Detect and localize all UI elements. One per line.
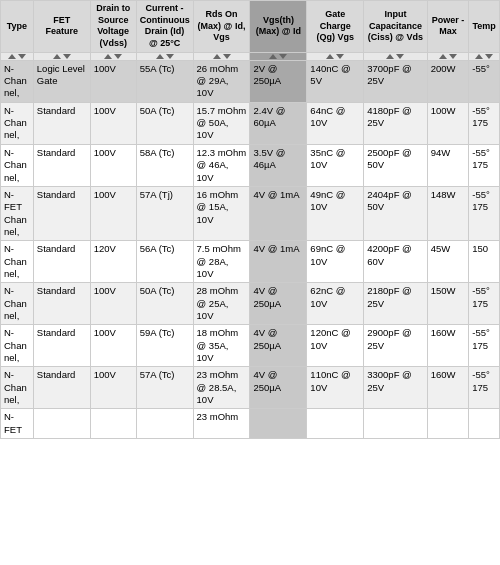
table-row: N-Chan nel,Standard100V50A (Tc)15.7 mOhm… [1, 102, 500, 144]
table-row: N-Chan nel,Standard100V59A (Tc)18 mOhm @… [1, 325, 500, 367]
table-row: N-Chan nel,Standard120V56A (Tc)7.5 mOhm … [1, 241, 500, 283]
sort-current-asc[interactable] [156, 54, 164, 59]
sort-input[interactable] [364, 52, 427, 60]
cell-temp: 150 [469, 241, 500, 283]
cell-current: 50A (Tc) [136, 283, 193, 325]
cell-gate: 62nC @ 10V [307, 283, 364, 325]
sort-power-desc[interactable] [449, 54, 457, 59]
cell-type: N-Chan nel, [1, 241, 34, 283]
cell-input: 2900pF @ 25V [364, 325, 427, 367]
cell-type: N-Chan nel, [1, 367, 34, 409]
cell-power: 160W [427, 367, 469, 409]
cell-current: 50A (Tc) [136, 102, 193, 144]
cell-fet: Standard [33, 144, 90, 186]
main-table-container: Type FET Feature Drain to Source Voltage… [0, 0, 500, 439]
cell-rds: 15.7 mOhm @ 50A, 10V [193, 102, 250, 144]
sort-fet-desc[interactable] [63, 54, 71, 59]
table-row: N-FET23 mOhm [1, 409, 500, 439]
sort-rds-asc[interactable] [213, 54, 221, 59]
cell-input: 3700pF @ 25V [364, 60, 427, 102]
cell-drain [90, 409, 136, 439]
sort-current[interactable] [136, 52, 193, 60]
header-drain: Drain to Source Voltage (Vdss) [90, 1, 136, 53]
cell-vgs: 2.4V @ 60µA [250, 102, 307, 144]
cell-vgs: 4V @ 1mA [250, 241, 307, 283]
sort-drain[interactable] [90, 52, 136, 60]
cell-input: 2500pF @ 50V [364, 144, 427, 186]
table-row: N-Chan nel,Standard100V50A (Tc)28 mOhm @… [1, 283, 500, 325]
header-current: Current - Continuous Drain (Id) @ 25°C [136, 1, 193, 53]
cell-temp [469, 409, 500, 439]
sort-input-desc[interactable] [396, 54, 404, 59]
cell-drain: 100V [90, 60, 136, 102]
sort-drain-desc[interactable] [114, 54, 122, 59]
cell-type: N-Chan nel, [1, 144, 34, 186]
cell-current: 55A (Tc) [136, 60, 193, 102]
cell-input: 2404pF @ 50V [364, 186, 427, 240]
fet-data-table: Type FET Feature Drain to Source Voltage… [0, 0, 500, 439]
sort-input-asc[interactable] [386, 54, 394, 59]
sort-gate[interactable] [307, 52, 364, 60]
cell-temp: -55° 175 [469, 367, 500, 409]
cell-rds: 28 mOhm @ 25A, 10V [193, 283, 250, 325]
cell-vgs: 4V @ 1mA [250, 186, 307, 240]
cell-power: 200W [427, 60, 469, 102]
sort-vgs[interactable] [250, 52, 307, 60]
cell-vgs [250, 409, 307, 439]
header-vgs: Vgs(th) (Max) @ Id [250, 1, 307, 53]
cell-fet: Standard [33, 102, 90, 144]
header-rds: Rds On (Max) @ Id, Vgs [193, 1, 250, 53]
cell-current: 58A (Tc) [136, 144, 193, 186]
cell-gate: 120nC @ 10V [307, 325, 364, 367]
sort-rds[interactable] [193, 52, 250, 60]
cell-drain: 100V [90, 283, 136, 325]
cell-drain: 100V [90, 367, 136, 409]
cell-temp: -55° 175 [469, 144, 500, 186]
cell-vgs: 4V @ 250µA [250, 325, 307, 367]
sort-gate-asc[interactable] [326, 54, 334, 59]
cell-temp: -55° 175 [469, 186, 500, 240]
cell-type: N-FET Chan nel, [1, 186, 34, 240]
sort-rds-desc[interactable] [223, 54, 231, 59]
sort-type[interactable] [1, 52, 34, 60]
sort-temp[interactable] [469, 52, 500, 60]
sort-vgs-desc[interactable] [279, 54, 287, 59]
cell-drain: 100V [90, 144, 136, 186]
sort-gate-desc[interactable] [336, 54, 344, 59]
table-row: N-Chan nel,Logic Level Gate100V55A (Tc)2… [1, 60, 500, 102]
cell-temp: -55° [469, 60, 500, 102]
cell-power: 160W [427, 325, 469, 367]
cell-current: 56A (Tc) [136, 241, 193, 283]
cell-current: 57A (Tc) [136, 367, 193, 409]
sort-drain-asc[interactable] [104, 54, 112, 59]
cell-gate: 140nC @ 5V [307, 60, 364, 102]
sort-fet-asc[interactable] [53, 54, 61, 59]
header-fet: FET Feature [33, 1, 90, 53]
sort-power[interactable] [427, 52, 469, 60]
sort-current-desc[interactable] [166, 54, 174, 59]
table-body: N-Chan nel,Logic Level Gate100V55A (Tc)2… [1, 60, 500, 438]
cell-rds: 23 mOhm @ 28.5A, 10V [193, 367, 250, 409]
cell-rds: 23 mOhm [193, 409, 250, 439]
cell-current: 59A (Tc) [136, 325, 193, 367]
cell-fet: Logic Level Gate [33, 60, 90, 102]
cell-power: 150W [427, 283, 469, 325]
header-power: Power - Max [427, 1, 469, 53]
cell-vgs: 4V @ 250µA [250, 283, 307, 325]
sort-fet[interactable] [33, 52, 90, 60]
sort-temp-desc[interactable] [485, 54, 493, 59]
sort-temp-asc[interactable] [475, 54, 483, 59]
sort-vgs-asc[interactable] [269, 54, 277, 59]
cell-type: N-Chan nel, [1, 60, 34, 102]
sort-power-asc[interactable] [439, 54, 447, 59]
cell-rds: 18 mOhm @ 35A, 10V [193, 325, 250, 367]
cell-rds: 16 mOhm @ 15A, 10V [193, 186, 250, 240]
header-row: Type FET Feature Drain to Source Voltage… [1, 1, 500, 53]
cell-fet: Standard [33, 186, 90, 240]
cell-drain: 100V [90, 325, 136, 367]
cell-drain: 100V [90, 186, 136, 240]
table-row: N-Chan nel,Standard100V57A (Tc)23 mOhm @… [1, 367, 500, 409]
sort-type-desc[interactable] [18, 54, 26, 59]
sort-type-asc[interactable] [8, 54, 16, 59]
cell-gate: 69nC @ 10V [307, 241, 364, 283]
